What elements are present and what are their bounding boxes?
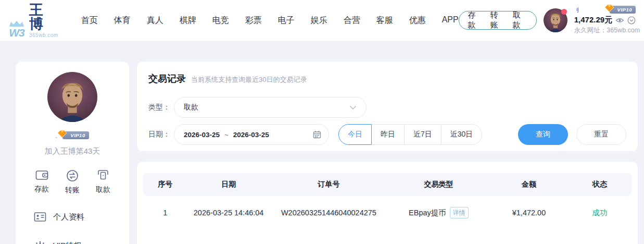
sidebar-item-vip[interactable]: VIP特权 — [34, 240, 81, 244]
type-label: 类型： — [148, 103, 174, 112]
range-yesterday-button[interactable]: 昨日 — [371, 124, 405, 145]
cell-status: 成功 — [568, 208, 632, 218]
atm-icon: * — [97, 169, 109, 181]
table-row: 1 2026-03-25 14:46:04 W20260325144604002… — [143, 196, 632, 229]
profile-sidebar: 、 VIP10 加入王博第43天 存款 转账 * 取款 个 — [16, 62, 129, 244]
page-subtitle: 当前系统支持查询最近30日的交易记录 — [191, 75, 307, 84]
detail-link[interactable]: 详情 — [450, 207, 469, 218]
main-nav: 首页 体育 真人 棋牌 电竞 彩票 电子 娱乐 合营 客服 优惠 APP — [81, 15, 459, 26]
user-info: 刂 VIP10 1,472.29元 永久网址：365wb.com — [574, 6, 637, 34]
range-7days-button[interactable]: 近7日 — [404, 124, 441, 145]
col-index: 序号 — [143, 180, 187, 189]
nav-item-cards[interactable]: 棋牌 — [180, 15, 196, 26]
nav-item-partnership[interactable]: 合营 — [344, 15, 360, 26]
nav-item-slots[interactable]: 电子 — [278, 15, 295, 26]
col-date: 日期 — [187, 180, 270, 189]
col-status: 状态 — [568, 180, 632, 189]
cell-type: EBpay提币 详情 — [387, 207, 490, 218]
range-30days-button[interactable]: 近30日 — [441, 124, 483, 145]
cell-date: 2026-03-25 14:46:04 — [187, 209, 270, 217]
balance-dropdown-icon[interactable] — [627, 16, 636, 25]
withdraw-link[interactable]: 取款 — [513, 10, 527, 30]
user-avatar[interactable] — [544, 8, 567, 32]
profile-avatar[interactable] — [47, 72, 97, 122]
table-header-row: 序号 日期 订单号 交易类型 金额 状态 — [143, 173, 632, 196]
transaction-table-card: 序号 日期 订单号 交易类型 金额 状态 1 2026-03-25 14:46:… — [137, 162, 638, 244]
nav-item-service[interactable]: 客服 — [376, 15, 393, 26]
nav-item-app[interactable]: APP — [442, 15, 459, 26]
logo-crown-icon: W3 — [8, 20, 25, 38]
sidebar-transfer-button[interactable]: 转账 — [65, 169, 80, 195]
date-separator: ~ — [224, 131, 229, 139]
nav-item-promo[interactable]: 优惠 — [409, 15, 426, 26]
member-days-text: 加入王博第43天 — [16, 147, 129, 156]
date-quick-ranges: 今日 昨日 近7日 近30日 — [338, 124, 482, 145]
permanent-url: 永久网址：365wb.com — [574, 27, 637, 35]
date-from-value: 2026-03-25 — [184, 131, 220, 139]
transfer-icon — [66, 169, 79, 182]
range-today-button[interactable]: 今日 — [338, 124, 372, 145]
date-label: 日期： — [148, 130, 174, 139]
username-mark: 刂 — [574, 7, 579, 14]
sidebar-deposit-button[interactable]: 存款 — [34, 169, 49, 195]
type-select-value: 取款 — [184, 103, 198, 112]
wallet-icon — [35, 169, 48, 181]
nav-item-home[interactable]: 首页 — [81, 15, 98, 26]
sidebar-item-profile[interactable]: 个人资料 — [34, 212, 84, 222]
transaction-type-text: EBpay提币 — [409, 208, 446, 218]
cell-order-no: W202603251446040024275 — [270, 209, 387, 217]
logo-mark-text: W3 — [9, 27, 24, 38]
transaction-filter-card: 交易记录 当前系统支持查询最近30日的交易记录 类型： 取款 日期： 2026-… — [137, 62, 638, 151]
nav-item-sports[interactable]: 体育 — [114, 15, 131, 26]
crown-icon — [34, 240, 46, 244]
cell-amount: ¥1,472.00 — [490, 209, 568, 217]
page: W3 王博 365wb.com 首页 体育 真人 棋牌 电竞 彩票 电子 娱乐 … — [0, 0, 644, 244]
gem-icon — [57, 130, 68, 139]
cell-index: 1 — [143, 209, 187, 217]
site-logo[interactable]: W3 王博 365wb.com — [8, 3, 58, 38]
wallet-quick-actions: 存款 转账 取款 — [459, 11, 537, 30]
col-amount: 金额 — [490, 180, 568, 189]
date-to-value: 2026-03-25 — [233, 131, 269, 139]
deposit-link[interactable]: 存款 — [468, 10, 483, 30]
logo-domain: 365wb.com — [29, 33, 58, 38]
nav-item-esports[interactable]: 电竞 — [212, 15, 229, 26]
col-order-no: 订单号 — [270, 180, 387, 189]
chevron-down-icon — [349, 105, 357, 110]
type-select[interactable]: 取款 — [174, 97, 367, 118]
vip-level-badge-sidebar: VIP10 — [62, 131, 89, 139]
nav-item-live[interactable]: 真人 — [147, 15, 163, 26]
sidebar-withdraw-button[interactable]: * 取款 — [96, 169, 110, 195]
search-button[interactable]: 查询 — [518, 124, 568, 145]
logo-name: 王博 — [29, 3, 58, 31]
date-range-input[interactable]: 2026-03-25 ~ 2026-03-25 — [174, 124, 329, 145]
nav-item-lottery[interactable]: 彩票 — [245, 15, 262, 26]
toggle-balance-visibility-icon[interactable] — [615, 17, 624, 23]
col-type: 交易类型 — [387, 180, 490, 189]
page-title: 交易记录 — [148, 72, 186, 85]
nav-item-entertainment[interactable]: 娱乐 — [311, 15, 327, 26]
vip-level-badge: VIP10 — [610, 6, 636, 14]
transfer-link[interactable]: 转账 — [490, 10, 505, 30]
id-card-icon — [34, 212, 46, 222]
balance-amount: 1,472.29元 — [574, 15, 612, 25]
gem-icon — [604, 4, 615, 13]
svg-text:*: * — [102, 174, 104, 178]
calendar-icon — [313, 130, 321, 139]
reset-button[interactable]: 重置 — [576, 124, 626, 145]
notification-dot — [561, 9, 567, 15]
top-header: W3 王博 365wb.com 首页 体育 真人 棋牌 电竞 彩票 电子 娱乐 … — [0, 0, 644, 41]
